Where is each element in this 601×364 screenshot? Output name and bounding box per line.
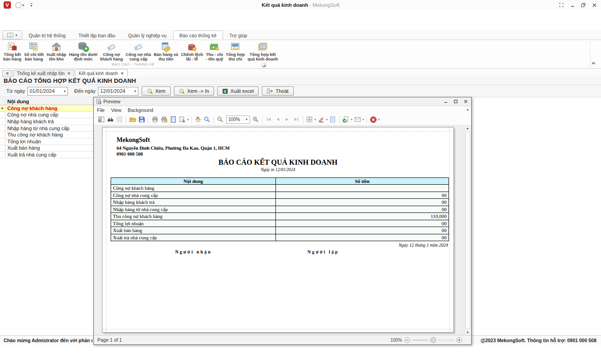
focus-mode-button[interactable]	[558, 2, 565, 8]
ribbon-button-tong-hop-thu-chi[interactable]: Tổng hợpthu chi	[224, 41, 246, 62]
ribbon-button-ban-hang-va-thu-tien[interactable]: Bán hàng vàthu tiền	[153, 41, 180, 62]
scale-button[interactable]	[178, 115, 187, 124]
chevron-down-icon[interactable]: ▾	[362, 118, 364, 121]
ribbon-tab-bao-cao-thong-ke[interactable]: Báo cáo thống kê	[173, 30, 223, 40]
preview-minimize-button[interactable]	[443, 99, 449, 105]
ribbon-tab-thiet-lap-ban-dau[interactable]: Thiết lập ban đầu	[72, 30, 122, 40]
slider-track[interactable]	[413, 340, 428, 340]
scrollbar-thumb[interactable]	[465, 131, 470, 329]
customize-grid-button[interactable]	[115, 115, 124, 124]
from-date-picker[interactable]: 01/01/2024 ▾	[27, 87, 68, 96]
grid-column-header[interactable]: Nội dung	[5, 98, 93, 105]
preview-titlebar[interactable]: Preview	[94, 97, 471, 106]
multiple-pages-button[interactable]	[305, 115, 314, 124]
page-setup-button[interactable]	[168, 115, 178, 124]
grid-row[interactable]: Tổng lợi nhuận	[0, 138, 93, 145]
doc-tab-ket-qua-kinh-doanh[interactable]: Kết quả kinh doanh ✕	[75, 69, 127, 77]
close-tab-icon[interactable]: ✕	[121, 71, 124, 76]
close-button[interactable]	[591, 2, 597, 8]
grid-row[interactable]: Công nợ nhà cung cấp	[0, 112, 93, 119]
first-page-button[interactable]	[265, 115, 274, 124]
close-preview-button[interactable]	[369, 115, 378, 124]
doc-tab-label: Thống kê xuất nhập tồn	[17, 71, 65, 76]
menu-overflow-icon[interactable]: ▾	[467, 108, 469, 112]
ribbon-button-cong-no-nha-cung-cap[interactable]: Công nợ nhàcung cấp	[124, 41, 153, 62]
profit-loss-icon	[187, 41, 198, 52]
ribbon-button-tong-hop-ket-qua-kinh-doanh[interactable]: Tổng hợp kếtquả kinh doanh	[246, 41, 280, 62]
preview-vertical-scrollbar[interactable]: ▲ ▼	[464, 126, 471, 335]
chevron-down-icon[interactable]: ▾	[22, 3, 24, 7]
chevron-down-icon[interactable]: ▾	[187, 118, 189, 121]
ribbon-button-tong-ket-ban-hang[interactable]: Σ Tổng kếtbán hàng	[2, 41, 23, 62]
magnifier-tool-button[interactable]	[203, 115, 212, 124]
search-button[interactable]	[106, 115, 115, 124]
chevron-down-icon[interactable]: ▾	[315, 118, 316, 121]
menu-background[interactable]: Background	[125, 107, 157, 113]
send-email-button[interactable]	[353, 115, 362, 124]
ribbon-button-chenh-lech-lai-lo[interactable]: Chênh lệchlãi - lỗ	[179, 41, 204, 62]
preview-maximize-button[interactable]	[453, 99, 459, 105]
zoom-minus-button[interactable]	[404, 337, 410, 343]
ribbon-button-hang-ton-duoi-dinh-muc[interactable]: Hàng tồn dướiđịnh mức	[68, 41, 99, 62]
application-menu-button[interactable]: ▾	[2, 30, 22, 40]
group-dialog-launcher-button[interactable]: ◢	[261, 63, 266, 68]
hand-tool-button[interactable]	[194, 115, 203, 124]
zoom-out-icon	[217, 116, 224, 123]
quick-print-button[interactable]	[159, 115, 168, 124]
previous-page-button[interactable]	[274, 115, 283, 124]
export-excel-button[interactable]: X Xuất excel	[217, 86, 259, 96]
save-button[interactable]	[137, 115, 146, 124]
grid-cell: Công nợ nhà cung cấp	[5, 112, 93, 118]
menu-file[interactable]: File	[94, 107, 108, 113]
zoom-level-combobox[interactable]: 100% ▾	[226, 116, 250, 124]
scroll-down-icon[interactable]: ▼	[466, 331, 469, 334]
report-table-row: Công nợ nhà cung cấp00	[111, 192, 449, 199]
customize-toolbar-icon[interactable]: ▾	[31, 3, 32, 7]
toolbar-overflow-icon[interactable]: ▾	[378, 118, 380, 121]
quick-access-circle-button[interactable]	[15, 2, 21, 8]
grid-row[interactable]: Nhập hàng từ nhà cung cấp	[0, 125, 93, 132]
zoom-in-button[interactable]	[251, 115, 260, 124]
minimize-button[interactable]	[569, 2, 576, 8]
scroll-up-icon[interactable]: ▲	[466, 126, 469, 130]
ribbon-tab-quan-ly-nghiep-vu[interactable]: Quản lý nghiệp vụ	[122, 30, 173, 40]
to-date-picker[interactable]: 12/01/2024 ▾	[98, 87, 138, 96]
view-button[interactable]: Xem	[142, 86, 171, 96]
watermark-button[interactable]	[328, 115, 337, 124]
close-all-tabs-button[interactable]: ✕	[2, 70, 12, 77]
minimize-icon	[570, 3, 575, 7]
cell-amount: 00	[276, 227, 449, 234]
restore-button[interactable]	[580, 2, 586, 8]
doc-tab-thong-ke-xuat-nhap-ton[interactable]: Thống kê xuất nhập tồn ✕	[13, 70, 74, 77]
page-color-button[interactable]	[316, 115, 326, 124]
zoom-slider-thumb[interactable]	[430, 337, 436, 343]
grid-row[interactable]: Xuất bán hàng	[0, 145, 93, 152]
grid-row[interactable]: Thu công nợ khách hàng	[0, 131, 93, 138]
menu-view[interactable]: View	[108, 107, 125, 113]
grid-row-selected[interactable]: ▸ Công nợ khách hàng	[0, 105, 93, 112]
ribbon-button-xuat-nhap-ton-kho[interactable]: Xuất nhậptồn kho	[45, 41, 68, 62]
preview-close-button[interactable]	[463, 99, 469, 105]
last-page-button[interactable]	[292, 115, 301, 124]
exit-button[interactable]: Thoát	[262, 86, 293, 96]
ribbon-button-thu-chi-ton-quy[interactable]: Thu - chi- tồn quỹ	[204, 41, 224, 62]
open-button[interactable]	[128, 115, 137, 124]
zoom-plus-button[interactable]	[456, 337, 462, 343]
document-map-button[interactable]	[97, 115, 106, 124]
chevron-down-icon[interactable]: ▾	[351, 118, 353, 121]
grid-row[interactable]: Nhập hàng khách trả	[0, 118, 93, 125]
ribbon-button-so-chi-tiet-ban-hang[interactable]: Σ Sổ chi tiếtbán hàng	[23, 41, 45, 62]
view-and-print-button[interactable]: Xem -> In	[174, 86, 214, 96]
ribbon-tab-tro-giup[interactable]: Trợ giúp	[223, 30, 254, 40]
zoom-out-button[interactable]	[216, 115, 225, 124]
next-page-button[interactable]	[283, 115, 292, 124]
chevron-down-icon[interactable]: ▾	[326, 118, 328, 121]
slider-track[interactable]	[438, 340, 454, 340]
grid-row[interactable]: Xuất trả nhà cung cấp	[0, 152, 93, 158]
close-tab-icon[interactable]: ✕	[67, 71, 71, 76]
ribbon-collapse-button[interactable]	[591, 62, 596, 65]
export-document-button[interactable]	[341, 115, 351, 124]
ribbon-tab-quan-tri-he-thong[interactable]: Quản trị hệ thống	[22, 30, 72, 40]
print-button[interactable]	[150, 115, 159, 124]
ribbon-button-cong-no-khach-hang[interactable]: Công nợkhách hàng	[99, 41, 124, 62]
